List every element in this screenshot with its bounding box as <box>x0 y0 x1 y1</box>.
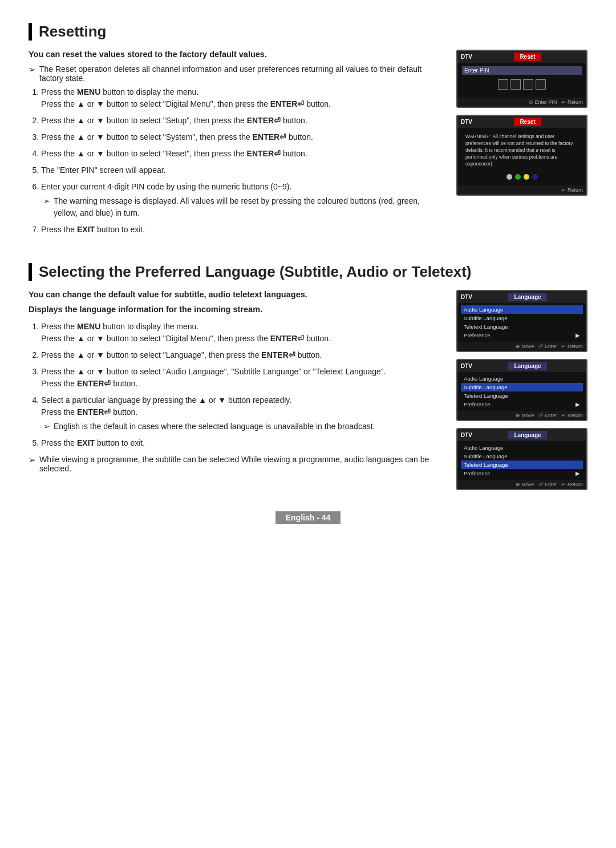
lang-screen-2-footer: ⊕ Move ⏎ Enter ↩ Return <box>457 411 586 420</box>
pin-box-3 <box>523 79 533 90</box>
pin-box-1 <box>498 79 508 90</box>
step-2: Press the ▲ or ▼ button to select "Setup… <box>41 115 439 127</box>
page-number-label: English - 44 <box>275 511 341 524</box>
lang-screen-3: DTV Language Audio Language Subtitle Lan… <box>456 428 587 490</box>
lang2-pref-label: Preference <box>464 401 490 407</box>
lang-screen-1: DTV Language Audio Language Subtitle Lan… <box>456 290 587 352</box>
lang-screen-2-body: Audio Language Subtitle Language Teletex… <box>457 372 586 411</box>
lang-step-3: Press the ▲ or ▼ button to select "Audio… <box>41 366 439 390</box>
lang-screen-3-footer: ⊕ Move ⏎ Enter ↩ Return <box>457 480 586 489</box>
lang3-teletext: Teletext Language <box>461 461 583 469</box>
lang2-title: Language <box>508 362 546 370</box>
lang2-dtv: DTV <box>461 363 472 369</box>
pin-box-2 <box>510 79 521 90</box>
lang3-enter-btn: ⏎ Enter <box>538 482 557 487</box>
lang-screen-1-header: DTV Language <box>457 291 586 303</box>
pin-dtv-label: DTV <box>461 54 472 60</box>
lang3-move-btn: ⊕ Move <box>516 482 534 487</box>
lang1-teletext: Teletext Language <box>461 322 583 331</box>
lang-sub-arrow-icon: ➢ <box>43 421 50 433</box>
step-6: Enter your current 4-digit PIN code by u… <box>41 181 439 219</box>
resetting-text-col: You can reset the values stored to the f… <box>29 50 439 240</box>
lang1-subtitle: Subtitle Language <box>461 314 583 322</box>
lang-screen-1-footer: ⊕ Move ⏎ Enter ↩ Return <box>457 342 586 351</box>
lang-screen-2-header: DTV Language <box>457 360 586 372</box>
lang-step-4-sub: English is the default in cases where th… <box>54 421 375 433</box>
resetting-section: Resetting You can reset the values store… <box>29 23 587 240</box>
pin-title-bar: Reset <box>514 53 541 61</box>
lang-screen-2: DTV Language Audio Language Subtitle Lan… <box>456 359 587 421</box>
lang1-audio: Audio Language <box>461 305 583 314</box>
lang2-pref-arrow: ▶ <box>576 401 580 407</box>
pin-screen-header: DTV Reset <box>457 51 586 63</box>
lang3-preference: Preference ▶ <box>461 469 583 478</box>
language-title: Selecting the Preferred Language (Subtit… <box>29 263 587 281</box>
language-section: Selecting the Preferred Language (Subtit… <box>29 263 587 490</box>
lang1-pref-arrow: ▶ <box>576 332 580 338</box>
lang1-pref-label: Preference <box>464 332 490 338</box>
lang2-enter-btn: ⏎ Enter <box>538 413 557 418</box>
warning-screen-body: WARNING : All channel settings and user … <box>457 128 586 185</box>
enter-pin-label: Enter PIN <box>462 66 582 75</box>
warning-screen-footer: ↩ Return <box>457 185 586 195</box>
enter-pin-btn: ⊙ Enter PIN <box>529 99 557 105</box>
warning-return-btn: ↩ Return <box>561 187 583 193</box>
lang2-move-btn: ⊕ Move <box>516 413 534 418</box>
pin-boxes <box>462 79 582 90</box>
lang2-subtitle: Subtitle Language <box>461 383 583 391</box>
language-arrow-1: ➢ While viewing a programme, the subtitl… <box>29 455 439 473</box>
lang2-preference: Preference ▶ <box>461 400 583 409</box>
return-btn: ↩ Return <box>561 99 583 105</box>
warning-text: WARNING : All channel settings and user … <box>462 131 582 169</box>
lang1-preference: Preference ▶ <box>461 331 583 340</box>
lang3-pref-label: Preference <box>464 470 490 477</box>
lang2-teletext: Teletext Language <box>461 391 583 400</box>
warning-title-bar: Reset <box>514 118 541 126</box>
step-6-sub: The warning message is displayed. All va… <box>54 195 439 219</box>
resetting-arrow-text: The Reset operation deletes all channel … <box>39 64 439 83</box>
step-1: Press the MENU button to display the men… <box>41 86 439 110</box>
lang2-audio: Audio Language <box>461 374 583 383</box>
colored-dots <box>462 174 582 180</box>
dot-green <box>515 174 521 180</box>
lang-screen-3-header: DTV Language <box>457 429 586 441</box>
lang-step-4: Select a particular language by pressing… <box>41 394 439 433</box>
sub-arrow-icon: ➢ <box>43 195 50 219</box>
pin-box-4 <box>536 79 546 90</box>
warning-dtv-label: DTV <box>461 119 472 125</box>
dot-blue <box>532 174 538 180</box>
arrow-icon: ➢ <box>29 64 36 83</box>
warning-screen-header: DTV Reset <box>457 116 586 128</box>
lang3-subtitle: Subtitle Language <box>461 452 583 461</box>
lang1-move-btn: ⊕ Move <box>516 344 534 349</box>
lang3-return-btn: ↩ Return <box>561 482 583 487</box>
step-7: Press the EXIT button to exit. <box>41 224 439 236</box>
pin-screen-footer: ⊙ Enter PIN ↩ Return <box>457 98 586 107</box>
language-intro-bold2: Displays the language information for th… <box>29 305 439 314</box>
lang1-enter-btn: ⏎ Enter <box>538 344 557 349</box>
lang3-audio: Audio Language <box>461 443 583 452</box>
lang-screen-1-body: Audio Language Subtitle Language Teletex… <box>457 303 586 342</box>
language-screens: DTV Language Audio Language Subtitle Lan… <box>456 290 587 490</box>
lang-step-2: Press the ▲ or ▼ button to select "Langu… <box>41 349 439 361</box>
pin-screen-body: Enter PIN <box>457 63 586 98</box>
resetting-arrow-1: ➢ The Reset operation deletes all channe… <box>29 64 439 83</box>
language-intro-bold: You can change the default value for sub… <box>29 290 439 299</box>
page-number: English - 44 <box>29 513 587 522</box>
lang-step-5: Press the EXIT button to exit. <box>41 437 439 449</box>
lang1-title: Language <box>508 293 546 301</box>
lang3-dtv: DTV <box>461 432 472 438</box>
resetting-steps: Press the MENU button to display the men… <box>29 86 439 236</box>
lang-arrow-icon: ➢ <box>29 455 36 473</box>
step-5: The "Enter PIN" screen will appear. <box>41 164 439 176</box>
lang-step-1: Press the MENU button to display the men… <box>41 321 439 345</box>
step-3: Press the ▲ or ▼ button to select "Syste… <box>41 131 439 143</box>
lang3-pref-arrow: ▶ <box>576 470 580 477</box>
dot-grey <box>506 174 512 180</box>
language-arrow-text: While viewing a programme, the subtitle … <box>39 455 439 473</box>
step-4: Press the ▲ or ▼ button to select "Reset… <box>41 148 439 160</box>
resetting-intro: You can reset the values stored to the f… <box>29 50 439 59</box>
lang1-return-btn: ↩ Return <box>561 344 583 349</box>
lang-screen-3-body: Audio Language Subtitle Language Teletex… <box>457 441 586 480</box>
lang3-title: Language <box>508 431 546 439</box>
